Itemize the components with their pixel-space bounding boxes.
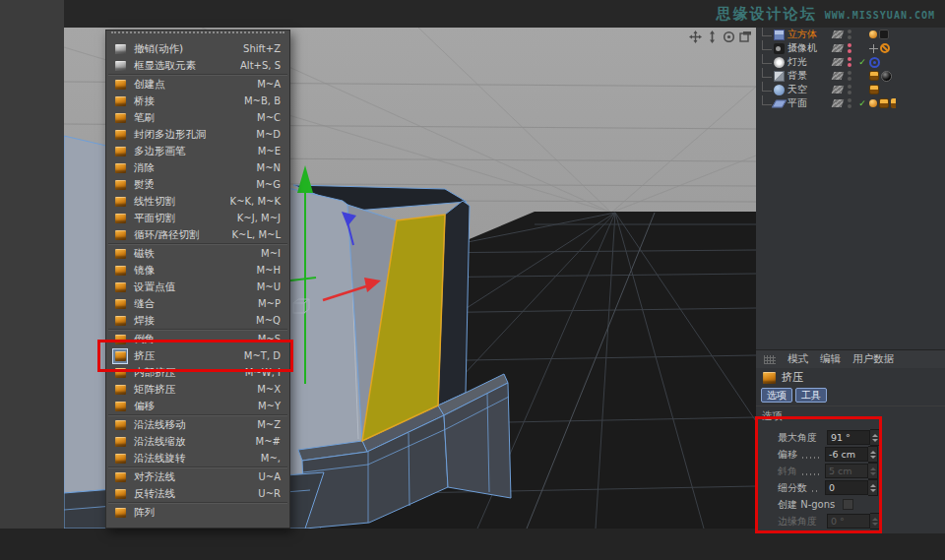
menu-item-mirror[interactable]: 镜像M~H [106,262,289,279]
offset-value-input[interactable]: -6 cm [825,447,868,462]
menu-item-shortcut: M~U [257,281,281,292]
tab-tool[interactable]: 工具 [795,388,827,403]
menu-item-smooth-shift[interactable]: 偏移M~Y [106,398,289,414]
menu-item-matrix-extrude[interactable]: 矩阵挤压M~X [106,381,289,398]
subdivision-spinner[interactable] [868,479,878,496]
phong-tag-icon[interactable] [879,98,889,108]
material-sphere-tag-icon[interactable] [881,71,892,82]
object-row-cube[interactable]: 立方体 [756,28,945,41]
object-name: 摄像机 [788,41,833,55]
menu-item-stitch[interactable]: 缝合M~P [106,295,289,312]
create-ngons-checkbox[interactable] [843,499,853,510]
offset-spinner[interactable] [868,446,878,463]
menu-item-align-normals[interactable]: 对齐法线U~A [106,468,289,485]
half-tag-icon[interactable] [891,98,896,108]
rotate-icon[interactable] [723,31,735,43]
menu-item-normal-scale[interactable]: 沿法线缩放M~# [106,433,289,450]
am-menu-2[interactable]: 用户数据 [852,352,894,366]
edge-angle-value-input[interactable]: 0 ° [827,514,870,529]
layer-toggle-icon[interactable] [832,44,845,52]
option-row-create-ngons: 创建 N-gons [756,496,945,513]
menu-item-polygon-pen[interactable]: 多边形画笔M~E [106,143,289,159]
menu-item-shortcut: M~G [256,179,281,190]
visibility-dots[interactable] [847,43,852,53]
max-angle-value-input[interactable]: 91 ° [827,430,870,445]
menu-item-label: 镜像 [134,264,155,278]
pan-icon[interactable] [689,31,702,43]
phong-tag-icon[interactable] [869,71,879,81]
background-icon [774,71,785,82]
enable-check[interactable]: ✓ [857,57,867,67]
menu-item-extrude[interactable]: 挤压M~T, D [106,347,289,364]
menu-item-normal-rotate[interactable]: 沿法线旋转M~, [106,450,289,467]
edge-angle-spinner[interactable] [870,513,880,529]
bridge-icon [113,94,127,108]
object-row-camera[interactable]: 摄像机 [756,41,945,55]
texture-ball-tag-icon[interactable] [869,99,877,107]
menu-item-bevel[interactable]: 倒角M~S [106,331,289,347]
menu-item-label: 缝合 [134,297,155,311]
option-row-preserve-groups: 保持群组✓ [756,529,945,533]
object-row-sky[interactable]: 天空 [756,83,945,96]
menu-tear-off-strip[interactable] [111,31,284,39]
active-tool-row: 挤压 [756,368,945,387]
menu-item-brush[interactable]: 笔刷M~C [106,109,289,126]
menu-item-shortcut: M~N [257,162,282,173]
visibility-dots[interactable] [847,98,852,108]
panel-grip-icon[interactable] [764,355,776,364]
menu-item-label: 线性切割 [134,195,175,209]
layer-toggle-icon[interactable] [832,99,845,107]
menu-item-array[interactable]: 阵列 [106,504,289,521]
max-angle-spinner[interactable] [870,429,880,446]
set-point-value-icon [113,280,127,294]
enable-check[interactable]: ✓ [857,98,867,108]
object-row-background[interactable]: 背景 [756,69,945,83]
am-menu-0[interactable]: 模式 [788,352,808,366]
texture-ball-tag-icon[interactable] [869,31,877,38]
visibility-dots[interactable] [847,71,852,81]
menu-item-label: 挤压 [134,349,155,363]
menu-item-label: 笔刷 [134,111,155,125]
layer-toggle-icon[interactable] [832,86,845,93]
menu-item-magnet[interactable]: 磁铁M~I [106,245,289,262]
maximize-icon[interactable] [739,31,752,43]
am-menu-1[interactable]: 编辑 [820,352,841,366]
phong-tag-icon[interactable] [869,85,879,94]
dark-tag-icon[interactable] [879,30,889,39]
tab-options[interactable]: 选项 [761,388,792,403]
menu-item-iron[interactable]: 熨烫M~G [106,176,289,193]
menu-item-line-cut[interactable]: 线性切割K~K, M~K [106,193,289,210]
attribute-manager: 模式编辑用户数据 挤压 选项工具 选项 最大角度91 °偏移-6 cm斜角5 c… [756,349,945,533]
menu-item-dissolve[interactable]: 消除M~N [106,159,289,176]
menu-item-close-polygon-hole[interactable]: 封闭多边形孔洞M~D [106,126,289,143]
layer-toggle-icon[interactable] [832,31,845,38]
bevel-spinner[interactable] [868,463,878,479]
no-sign-tag-icon[interactable] [880,43,890,53]
layer-toggle-icon[interactable] [832,72,845,80]
object-row-light[interactable]: 灯光✓ [756,55,945,69]
menu-item-label: 撤销(动作) [134,42,183,56]
menu-item-inner-extrude[interactable]: 内部挤压M~W, I [106,364,289,381]
target-tag-icon[interactable] [869,57,880,68]
layer-toggle-icon[interactable] [832,58,845,66]
menu-item-loop-path-cut[interactable]: 循环/路径切割K~L, M~L [106,226,289,243]
zoom-icon[interactable] [706,31,719,43]
menu-item-reverse-normals[interactable]: 反转法线U~R [106,485,289,502]
object-row-plane[interactable]: 平面✓ [756,96,945,110]
menu-item-undo[interactable]: 撤销(动作)Shift+Z [106,40,289,57]
menu-item-plane-cut[interactable]: 平面切割K~J, M~J [106,210,289,226]
preserve-groups-checkbox[interactable]: ✓ [825,532,836,533]
bevel-value-input[interactable]: 5 cm [825,464,868,478]
menu-item-shortcut: M~X [257,384,281,395]
menu-item-bridge[interactable]: 桥接M~B, B [106,93,289,109]
subdivision-value-input[interactable]: 0 [825,480,868,495]
visibility-dots[interactable] [847,30,852,39]
visibility-dots[interactable] [847,57,852,67]
menu-item-create-point[interactable]: 创建点M~A [106,76,289,93]
menu-item-normal-move[interactable]: 沿法线移动M~Z [106,416,289,433]
menu-item-frame-selected[interactable]: 框显选取元素Alt+S, S [106,57,289,74]
menu-item-weld[interactable]: 焊接M~Q [106,312,289,329]
visibility-dots[interactable] [847,85,852,94]
menu-item-set-point-value[interactable]: 设置点值M~U [106,279,289,295]
cube-icon [774,30,785,40]
